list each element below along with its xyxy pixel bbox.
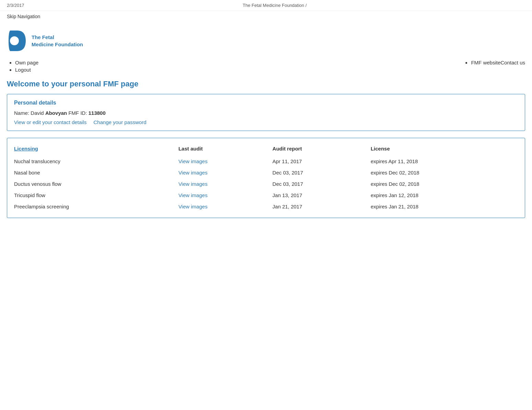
table-row: Nuchal translucencyView imagesApr 11, 20… — [14, 156, 518, 167]
audit-report-cell: Dec 03, 2017 — [272, 167, 370, 178]
last-audit-cell: View images — [178, 201, 272, 212]
logout-link[interactable]: Logout — [15, 67, 31, 73]
licensing-table: Licensing Last audit Audit report Licens… — [14, 144, 518, 212]
col-audit-report: Audit report — [272, 144, 370, 156]
links-line: View or edit your contact details Change… — [14, 119, 518, 125]
svg-point-0 — [10, 36, 19, 45]
license-cell: expires Jan 12, 2018 — [371, 190, 518, 201]
col-last-audit: Last audit — [178, 144, 272, 156]
audit-report-cell: Apr 11, 2017 — [272, 156, 370, 167]
audit-report-cell: Dec 03, 2017 — [272, 178, 370, 190]
top-bar: 2/3/2017 The Fetal Medicine Foundation / — [0, 0, 532, 11]
fmf-id-bold: 113800 — [88, 110, 106, 116]
right-nav-list: FMF websiteContact us — [463, 60, 525, 65]
skip-nav-link[interactable]: Skip Navigation — [7, 14, 40, 19]
nav-item-fmf-website: FMF websiteContact us — [471, 60, 525, 65]
view-images-link[interactable]: View images — [178, 181, 208, 187]
table-row: Tricuspid flowView imagesJan 13, 2017exp… — [14, 190, 518, 201]
last-audit-cell: View images — [178, 156, 272, 167]
col-license: License — [371, 144, 518, 156]
contact-us-link[interactable]: Contact us — [500, 60, 525, 65]
license-cell: expires Dec 02, 2018 — [371, 167, 518, 178]
top-bar-date: 2/3/2017 — [7, 3, 24, 8]
table-row: Preeclampsia screeningView imagesJan 21,… — [14, 201, 518, 212]
view-images-link[interactable]: View images — [178, 204, 208, 209]
personal-details-title: Personal details — [14, 100, 518, 106]
nav-item-own-page: Own page — [15, 60, 38, 65]
table-header-row: Licensing Last audit Audit report Licens… — [14, 144, 518, 156]
change-password-link[interactable]: Change your password — [94, 119, 146, 125]
name-line: Name: David Abovyan FMF ID: 113800 — [14, 110, 518, 116]
top-bar-title: The Fetal Medicine Foundation / — [24, 3, 525, 8]
license-cell: expires Apr 11, 2018 — [371, 156, 518, 167]
name-prefix: Name: David — [14, 110, 45, 116]
site-title-text: The Fetal Medicine Foundation / — [243, 3, 307, 8]
own-page-link[interactable]: Own page — [15, 60, 38, 65]
license-cell: expires Jan 21, 2018 — [371, 201, 518, 212]
licensing-box: Licensing Last audit Audit report Licens… — [7, 138, 525, 218]
last-audit-cell: View images — [178, 190, 272, 201]
license-name: Nasal bone — [14, 167, 178, 178]
logo-text: The Fetal Medicine Foundation — [32, 34, 83, 48]
last-audit-cell: View images — [178, 178, 272, 190]
audit-report-cell: Jan 21, 2017 — [272, 201, 370, 212]
last-audit-cell: View images — [178, 167, 272, 178]
audit-report-cell: Jan 13, 2017 — [272, 190, 370, 201]
nav-item-logout: Logout — [15, 67, 38, 73]
license-name: Nuchal translucency — [14, 156, 178, 167]
fmf-id-prefix: FMF ID: — [67, 110, 88, 116]
logo-line1: The Fetal — [32, 34, 83, 41]
logo-container: The Fetal Medicine Foundation — [7, 29, 83, 53]
view-images-link[interactable]: View images — [178, 170, 208, 176]
main-content: Own page Logout FMF websiteContact us We… — [0, 56, 532, 225]
license-name: Preeclampsia screening — [14, 201, 178, 212]
left-nav-list: Own page Logout — [7, 60, 38, 73]
fmf-website-link[interactable]: FMF website — [471, 60, 500, 65]
table-row: Nasal boneView imagesDec 03, 2017expires… — [14, 167, 518, 178]
personal-details-box: Personal details Name: David Abovyan FMF… — [7, 94, 525, 131]
col-licensing[interactable]: Licensing — [14, 144, 178, 156]
right-nav: FMF websiteContact us — [463, 60, 525, 65]
header: The Fetal Medicine Foundation — [0, 22, 532, 56]
view-images-link[interactable]: View images — [178, 158, 208, 164]
logo-icon — [7, 29, 27, 53]
view-images-link[interactable]: View images — [178, 192, 208, 198]
license-name: Ductus venosus flow — [14, 178, 178, 190]
license-cell: expires Dec 02, 2018 — [371, 178, 518, 190]
skip-navigation: Skip Navigation — [0, 11, 532, 22]
logo-line2: Medicine Foundation — [32, 41, 83, 48]
name-bold: Abovyan — [45, 110, 67, 116]
nav-section: Own page Logout FMF websiteContact us — [7, 60, 525, 74]
page-title: Welcome to your personal FMF page — [7, 80, 525, 88]
left-nav: Own page Logout — [7, 60, 38, 74]
contact-details-link[interactable]: View or edit your contact details — [14, 119, 87, 125]
license-name: Tricuspid flow — [14, 190, 178, 201]
table-row: Ductus venosus flowView imagesDec 03, 20… — [14, 178, 518, 190]
